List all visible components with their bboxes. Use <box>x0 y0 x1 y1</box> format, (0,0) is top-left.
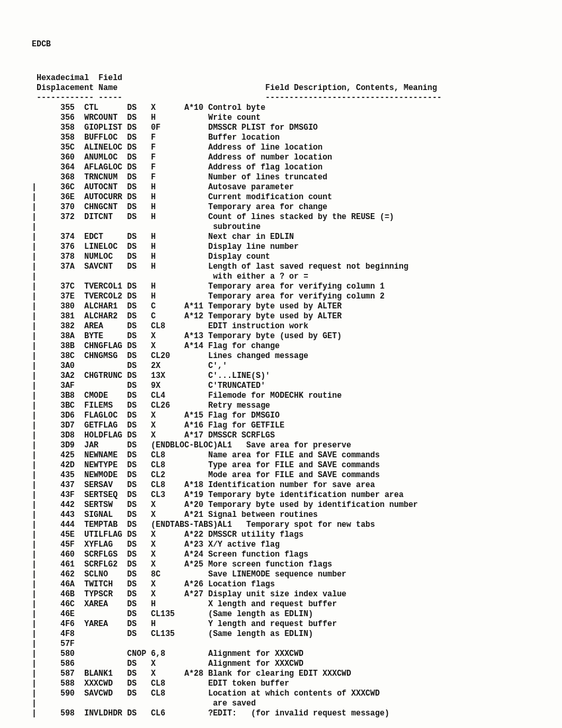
header-divider: ------------ ----- ---------------------… <box>32 93 530 103</box>
table-row: | 382 AREA DS CL8 EDIT instruction work <box>32 322 530 332</box>
table-row: | 3AF DS 9X C'TRUNCATED' <box>32 381 530 391</box>
table-header: Hexadecimal Field Displacement Name Fiel… <box>32 73 530 103</box>
header-line-2: Displacement Name Field Description, Con… <box>32 83 530 93</box>
table-row: | 4F8 DS CL135 (Same length as EDLIN) <box>32 629 530 639</box>
table-row: | 36E AUTOCURR DS H Current modification… <box>32 193 530 203</box>
table-row: | 374 EDCT DS H Next char in EDLIN <box>32 232 530 242</box>
table-row: | 46A TWITCH DS X A*26 Location flags <box>32 580 530 590</box>
table-row: | 444 TEMPTAB DS (ENDTABS-TABS)AL1 Tempo… <box>32 520 530 530</box>
table-row: | 380 ALCHAR1 DS C A*11 Temporary byte u… <box>32 302 530 312</box>
table-row: | 3D6 FLAGLOC DS X A*15 Flag for DMSGIO <box>32 411 530 421</box>
table-row: | 38C CHNGMSG DS CL20 Lines changed mess… <box>32 351 530 361</box>
table-row: | 37A SAVCNT DS H Length of last saved r… <box>32 262 530 272</box>
table-row: | 370 CHNGCNT DS H Temporary area for ch… <box>32 203 530 212</box>
table-row: | with either a ? or = <box>32 272 530 282</box>
table-row: | 45F XYFLAG DS X A*23 X/Y active flag <box>32 540 530 550</box>
header-line-1: Hexadecimal Field <box>32 73 530 83</box>
table-row: | 425 NEWNAME DS CL8 Name area for FILE … <box>32 451 530 461</box>
table-row: | 435 NEWMODE DS CL2 Mode area for FILE … <box>32 471 530 480</box>
table-row: | 588 XXXCWD DS CL8 EDIT token buffer <box>32 679 530 689</box>
table-row: | 37E TVERCOL2 DS H Temporary area for v… <box>32 292 530 302</box>
table-row: | subroutine <box>32 222 530 232</box>
table-row: | 3D7 GETFLAG DS X A*16 Flag for GETFILE <box>32 421 530 431</box>
table-row: 360 ANUMLOC DS F Address of number locat… <box>32 153 530 163</box>
table-row: | 437 SERSAV DS CL8 A*18 Identification … <box>32 480 530 490</box>
table-row: | 38A BYTE DS X A*13 Temporary byte (use… <box>32 332 530 341</box>
table-row: | 46B TYPSCR DS X A*27 Display unit size… <box>32 590 530 600</box>
table-row: | 45E UTILFLAG DS X A*22 DMSSCR utility … <box>32 530 530 540</box>
table-row: | 587 BLANK1 DS X A*28 Blank for clearin… <box>32 669 530 679</box>
table-row: | 57F <box>32 639 530 649</box>
table-row: | 38B CHNGFLAG DS X A*14 Flag for change <box>32 341 530 351</box>
table-body: 355 CTL DS X A*10 Control byte 356 WRCOU… <box>32 103 530 719</box>
table-row: | 43F SERTSEQ DS CL3 A*19 Temporary byte… <box>32 490 530 500</box>
table-row: | 3A0 DS 2X C',' <box>32 361 530 371</box>
table-row: | 442 SERTSW DS X A*20 Temporary byte us… <box>32 500 530 510</box>
table-row: | 46E DS CL135 (Same length as EDLIN) <box>32 610 530 619</box>
table-row: | 376 LINELOC DS H Display line number <box>32 242 530 252</box>
table-row: | 46C XAREA DS H X length and request bu… <box>32 600 530 610</box>
table-row: | 443 SIGNAL DS X A*21 Signal between ro… <box>32 510 530 520</box>
table-row: | 3D9 JAR DS (ENDBLOC-BLOC)AL1 Save area… <box>32 441 530 451</box>
table-row: | 37C TVERCOL1 DS H Temporary area for v… <box>32 282 530 292</box>
table-row: | 580 CNOP 6,8 Alignment for XXXCWD <box>32 649 530 659</box>
table-row: | 42D NEWTYPE DS CL8 Type area for FILE … <box>32 461 530 471</box>
table-row: 358 BUFFLOC DS F Buffer location <box>32 133 530 143</box>
table-row: | are saved <box>32 699 530 709</box>
table-row: | 378 NUMLOC DS H Display count <box>32 252 530 262</box>
table-row: 356 WRCOUNT DS H Write count <box>32 113 530 123</box>
table-row: | 598 INVLDHDR DS CL6 ?EDIT: (for invali… <box>32 709 530 719</box>
table-row: | 461 SCRFLG2 DS X A*25 More screen func… <box>32 560 530 570</box>
table-row: | 3A2 CHGTRUNC DS 13X C'...LINE(S)' <box>32 371 530 381</box>
table-row: 358 GIOPLIST DS 0F DMSSCR PLIST for DMSG… <box>32 123 530 133</box>
table-row: 364 AFLAGLOC DS F Address of flag locati… <box>32 163 530 173</box>
table-row: | 3BC FILEMS DS CL26 Retry message <box>32 401 530 411</box>
table-row: | 372 DITCNT DS H Count of lines stacked… <box>32 212 530 222</box>
table-row: | 460 SCRFLGS DS X A*24 Screen function … <box>32 550 530 560</box>
table-row: | 4F6 YAREA DS H Y length and request bu… <box>32 619 530 629</box>
table-row: | 586 DS X Alignment for XXXCWD <box>32 659 530 669</box>
section-label: EDCB <box>32 40 530 50</box>
table-row: 35C ALINELOC DS F Address of line locati… <box>32 143 530 153</box>
table-row: | 590 SAVCWD DS CL8 Location at which co… <box>32 689 530 699</box>
table-row: | 36C AUTOCNT DS H Autosave parameter <box>32 183 530 193</box>
table-row: | 3B8 CMODE DS CL4 Filemode for MODECHK … <box>32 391 530 401</box>
table-row: 368 TRNCNUM DS F Number of lines truncat… <box>32 173 530 183</box>
table-row: | 462 SCLNO DS 8C Save LINEMODE sequence… <box>32 570 530 580</box>
table-row: | 381 ALCHAR2 DS C A*12 Temporary byte u… <box>32 312 530 322</box>
table-row: | 3D8 HOLDFLAG DS X A*17 DMSSCR SCRFLGS <box>32 431 530 441</box>
table-row: 355 CTL DS X A*10 Control byte <box>32 103 530 113</box>
